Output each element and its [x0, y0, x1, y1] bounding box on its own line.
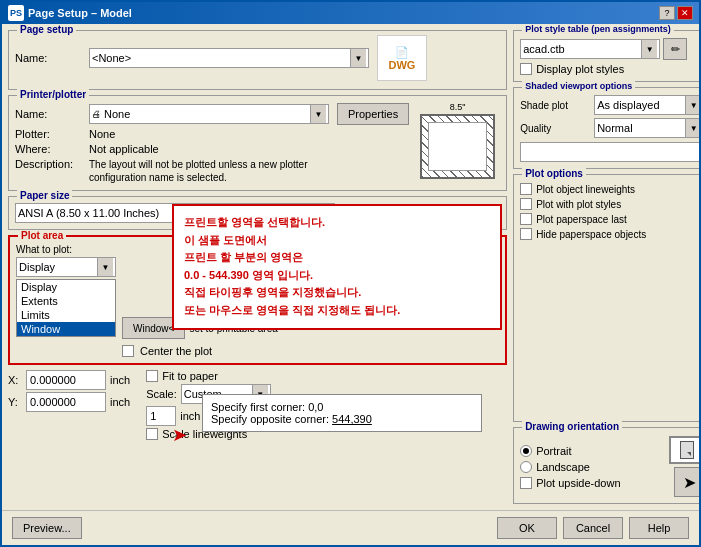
plot-options-group: Plot options Plot object lineweights Plo… — [513, 174, 699, 422]
y-label: Y: — [8, 396, 22, 408]
printer-name-combo[interactable]: 🖨 None ▼ — [89, 104, 329, 124]
plot-style-row: acad.ctb ▼ ✏ — [520, 38, 699, 60]
right-panel: Plot style table (pen assignments) acad.… — [513, 30, 699, 504]
page-setup-name-row: Name: <None> ▼ 📄 DWG — [15, 35, 500, 81]
specify-line1: Specify first corner: 0,0 — [211, 401, 473, 413]
edit-plot-style-button[interactable]: ✏ — [663, 38, 687, 60]
paper-size-value: ANSI A (8.50 x 11.00 Inches) — [18, 207, 159, 219]
what-to-plot-arrow[interactable]: ▼ — [97, 258, 113, 276]
printer-name-row: Name: 🖨 None ▼ Properties — [15, 103, 409, 125]
hide-checkbox[interactable] — [520, 228, 532, 240]
plot-style-group: Plot style table (pen assignments) acad.… — [513, 30, 699, 82]
dropdown-limits[interactable]: Limits — [17, 308, 115, 322]
annotation-overlay: 프린트할 영역을 선택합니다. 이 샘플 도면에서 프린트 할 부분의 영역은 … — [172, 204, 502, 330]
page-setup-name-arrow[interactable]: ▼ — [350, 49, 366, 67]
drawing-orientation-label: Drawing orientation — [522, 421, 622, 432]
lineweights-checkbox[interactable] — [520, 183, 532, 195]
orientation-arrow — [687, 452, 691, 456]
x-unit: inch — [110, 374, 130, 386]
properties-button[interactable]: Properties — [337, 103, 409, 125]
window-icon: PS — [8, 5, 24, 21]
quality-arrow[interactable]: ▼ — [685, 119, 699, 137]
orientation-preview-paper — [680, 441, 694, 459]
shade-plot-label: Shade plot — [520, 100, 590, 111]
specify-line2-prefix: Specify opposite corner: — [211, 413, 332, 425]
display-styles-checkbox[interactable] — [520, 63, 532, 75]
plot-style-arrow[interactable]: ▼ — [641, 40, 657, 58]
what-to-plot-combo[interactable]: Display ▼ — [16, 257, 116, 277]
title-bar: PS Page Setup – Model ? ✕ — [2, 2, 699, 24]
dropdown-extents[interactable]: Extents — [17, 294, 115, 308]
fit-label: Fit to paper — [162, 370, 218, 382]
rotate-button[interactable]: ➤ — [674, 467, 699, 497]
x-input[interactable] — [26, 370, 106, 390]
plot-styles-checkbox[interactable] — [520, 198, 532, 210]
dropdown-window[interactable]: Window — [17, 322, 115, 336]
y-input[interactable] — [26, 392, 106, 412]
plotter-row: Plotter: None — [15, 128, 409, 140]
upside-down-label: Plot upside-down — [536, 477, 620, 489]
plot-style-combo[interactable]: acad.ctb ▼ — [520, 39, 660, 59]
shade-plot-combo[interactable]: As displayed ▼ — [594, 95, 699, 115]
fit-row: Fit to paper — [146, 370, 292, 382]
page-setup-dialog: PS Page Setup – Model ? ✕ Page setup Nam… — [0, 0, 701, 547]
shaded-viewport-group: Shaded viewport options Shade plot As di… — [513, 87, 699, 169]
help-button[interactable]: Help — [629, 517, 689, 539]
plot-style-value: acad.ctb — [523, 43, 565, 55]
landscape-row: Landscape — [520, 461, 620, 473]
bottom-bar: Preview... OK Cancel Help — [2, 510, 699, 545]
quality-detail-box — [520, 142, 699, 162]
quality-label: Quality — [520, 123, 590, 134]
offset-area: X: inch Y: inch — [8, 370, 130, 440]
page-setup-label: Page setup — [17, 24, 76, 35]
orientation-options: Portrait Landscape Plot upside-down — [520, 445, 620, 489]
dwg-icon: 📄 DWG — [377, 35, 427, 81]
drawing-orientation-group: Drawing orientation Portrait Landscape — [513, 427, 699, 504]
upside-down-checkbox[interactable] — [520, 477, 532, 489]
page-setup-group: Page setup Name: <None> ▼ 📄 DWG — [8, 30, 507, 90]
annotation-line6: 또는 마우스로 영역을 직접 지정해도 됩니다. — [184, 302, 490, 320]
page-setup-name-combo[interactable]: <None> ▼ — [89, 48, 369, 68]
plotter-value: None — [89, 128, 115, 140]
where-label: Where: — [15, 143, 85, 155]
option-plot-styles-row: Plot with plot styles — [520, 198, 699, 210]
printer-name-value: 🖨 None — [92, 108, 130, 120]
fit-checkbox[interactable] — [146, 370, 158, 382]
option-paperspace-row: Plot paperspace last — [520, 213, 699, 225]
preview-button[interactable]: Preview... — [12, 517, 82, 539]
annotation-line5: 직접 타이핑후 영역을 지정했습니다. — [184, 284, 490, 302]
shade-plot-value: As displayed — [597, 99, 659, 111]
portrait-radio[interactable] — [520, 445, 532, 457]
printer-name-arrow[interactable]: ▼ — [310, 105, 326, 123]
portrait-radio-inner — [523, 448, 529, 454]
scale-lineweights-checkbox[interactable] — [146, 428, 158, 440]
printer-name-label: Name: — [15, 108, 85, 120]
what-to-plot-value: Display — [19, 261, 55, 273]
cancel-button[interactable]: Cancel — [563, 517, 623, 539]
title-controls: ? ✕ — [659, 6, 693, 20]
display-styles-row: Display plot styles — [520, 63, 699, 75]
paperspace-checkbox[interactable] — [520, 213, 532, 225]
paper-preview — [420, 114, 495, 179]
y-unit: inch — [110, 396, 130, 408]
display-styles-label: Display plot styles — [536, 63, 624, 75]
shade-plot-arrow[interactable]: ▼ — [685, 96, 699, 114]
lineweights-label: Plot object lineweights — [536, 184, 635, 195]
x-label: X: — [8, 374, 22, 386]
scale-val1[interactable] — [146, 406, 176, 426]
quality-combo[interactable]: Normal ▼ — [594, 118, 699, 138]
arrow-indicator: ➤ — [172, 424, 187, 446]
option-hide-row: Hide paperspace objects — [520, 228, 699, 240]
orientation-preview — [669, 436, 699, 464]
description-value: The layout will not be plotted unless a … — [89, 158, 309, 184]
orientation-preview-area: ➤ — [669, 436, 699, 497]
portrait-row: Portrait — [520, 445, 620, 457]
center-plot-checkbox[interactable] — [122, 345, 134, 357]
paper-size-label: Paper size — [17, 190, 72, 201]
paper-inner — [428, 122, 487, 171]
dropdown-display[interactable]: Display — [17, 280, 115, 294]
landscape-radio[interactable] — [520, 461, 532, 473]
close-title-button[interactable]: ✕ — [677, 6, 693, 20]
help-title-button[interactable]: ? — [659, 6, 675, 20]
ok-button[interactable]: OK — [497, 517, 557, 539]
